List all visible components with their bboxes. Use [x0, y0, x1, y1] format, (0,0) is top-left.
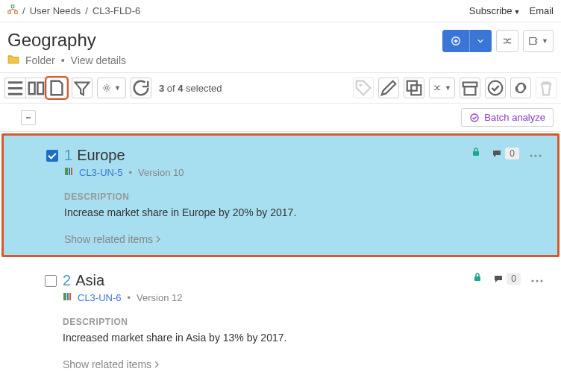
shuffle-action-button[interactable]: ▼ — [429, 78, 455, 98]
svg-point-23 — [541, 279, 543, 282]
svg-rect-2 — [15, 11, 18, 14]
svg-rect-25 — [67, 293, 69, 300]
item-version: Version 12 — [137, 292, 182, 303]
description-label: DESCRIPTION — [46, 192, 542, 202]
delete-button[interactable] — [536, 78, 557, 98]
svg-rect-20 — [474, 276, 480, 281]
comment-count[interactable]: 0 — [493, 273, 521, 285]
breadcrumb: / User Needs / CL3-FLD-6 — [7, 4, 140, 17]
svg-rect-18 — [69, 168, 70, 175]
subscribe-link[interactable]: Subscribe▼ — [469, 5, 521, 16]
folder-icon — [7, 54, 19, 66]
export-button[interactable]: ▼ — [523, 30, 554, 52]
add-dropdown[interactable] — [469, 30, 492, 52]
selection-status: 3 of 4 selected — [159, 83, 222, 94]
svg-rect-0 — [11, 5, 14, 8]
item-checkbox[interactable] — [46, 150, 58, 162]
item-version: Version 10 — [138, 167, 184, 178]
collapse-all-toggle[interactable] — [21, 110, 36, 125]
svg-point-14 — [530, 154, 533, 157]
more-menu[interactable] — [530, 148, 542, 159]
view-mode-group — [4, 78, 67, 98]
view-list-button[interactable] — [4, 78, 25, 98]
link-button[interactable] — [510, 78, 531, 98]
list-item[interactable]: 2 Asia 0 CL3-UN-6 • Ver — [0, 259, 561, 382]
item-checkbox[interactable] — [45, 275, 57, 287]
more-menu[interactable] — [531, 273, 543, 285]
copy-button[interactable] — [404, 78, 424, 98]
item-type-icon — [64, 167, 73, 178]
item-description: Increase market share in Europe by 20% b… — [46, 206, 542, 218]
svg-point-22 — [536, 279, 539, 282]
show-related-link[interactable]: Show related items — [46, 233, 542, 245]
comment-count[interactable]: 0 — [492, 148, 519, 159]
list-item[interactable]: 1 Europe 0 CL3-UN-5 • V — [1, 133, 560, 257]
refresh-button[interactable] — [131, 78, 151, 98]
svg-point-12 — [471, 114, 478, 121]
show-related-link[interactable]: Show related items — [45, 358, 543, 370]
item-title[interactable]: Asia — [75, 272, 104, 289]
archive-button[interactable] — [460, 78, 480, 98]
item-description: Increased market share in Asia by 13% by… — [45, 332, 543, 344]
item-number: 2 — [63, 272, 71, 289]
edit-button[interactable] — [378, 78, 399, 98]
description-label: DESCRIPTION — [45, 317, 543, 327]
caret-down-icon: ▼ — [542, 37, 548, 45]
svg-point-11 — [489, 81, 503, 95]
item-id-link[interactable]: CL3-UN-6 — [78, 292, 122, 303]
type-label: Folder — [25, 54, 55, 66]
svg-rect-1 — [8, 11, 11, 14]
item-type-icon — [63, 292, 72, 303]
svg-point-6 — [360, 83, 363, 86]
item-number: 1 — [64, 147, 72, 164]
caret-down-icon: ▼ — [445, 84, 451, 92]
svg-rect-10 — [465, 86, 476, 95]
svg-point-21 — [532, 279, 534, 282]
view-reading-button[interactable] — [25, 78, 46, 98]
batch-analyze-button[interactable]: Batch analyze — [461, 108, 554, 127]
sitemap-icon — [7, 4, 18, 17]
item-title[interactable]: Europe — [77, 147, 125, 164]
svg-rect-17 — [65, 168, 68, 175]
lock-icon — [471, 147, 481, 159]
email-link[interactable]: Email — [529, 5, 554, 16]
svg-rect-26 — [69, 293, 71, 300]
filter-button[interactable] — [72, 78, 93, 98]
svg-rect-24 — [63, 293, 66, 300]
item-list: 1 Europe 0 CL3-UN-5 • V — [0, 133, 561, 382]
svg-rect-13 — [473, 151, 479, 156]
lock-icon — [472, 272, 483, 285]
svg-point-15 — [535, 154, 537, 157]
tag-button[interactable] — [353, 78, 374, 98]
page-title: Geography — [7, 30, 126, 51]
approve-button[interactable] — [485, 78, 506, 98]
breadcrumb-parent[interactable]: User Needs — [30, 5, 81, 16]
settings-button[interactable]: ▼ — [97, 78, 126, 98]
shuffle-button[interactable] — [496, 30, 518, 52]
view-document-button[interactable] — [46, 78, 67, 98]
caret-down-icon: ▼ — [514, 8, 521, 16]
view-details-link[interactable]: View details — [71, 54, 126, 66]
svg-point-5 — [105, 86, 107, 89]
add-button[interactable] — [442, 30, 469, 52]
breadcrumb-current: CL3-FLD-6 — [93, 5, 140, 16]
caret-down-icon: ▼ — [114, 84, 121, 92]
svg-rect-19 — [71, 168, 72, 175]
svg-point-16 — [539, 154, 542, 157]
item-id-link[interactable]: CL3-UN-5 — [79, 167, 123, 178]
